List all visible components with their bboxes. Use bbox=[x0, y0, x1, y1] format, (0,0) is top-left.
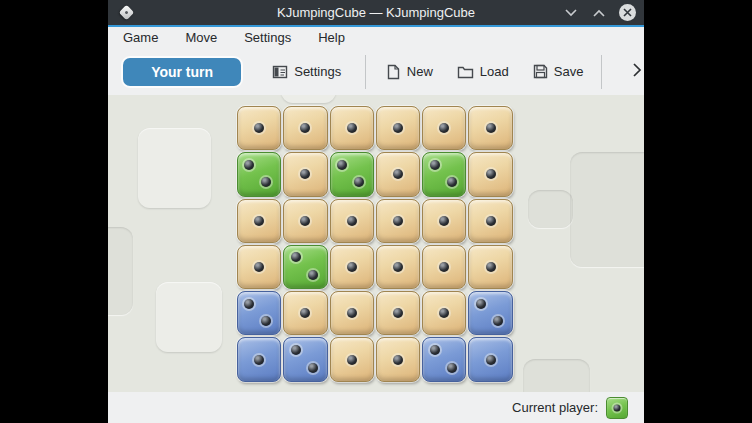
cube-r4-c3[interactable] bbox=[330, 245, 374, 289]
cube-r3-c5[interactable] bbox=[422, 199, 466, 243]
cube-pip bbox=[439, 308, 449, 318]
maximize-icon[interactable] bbox=[591, 5, 607, 21]
load-button[interactable]: Load bbox=[451, 60, 515, 83]
cube-pip bbox=[430, 345, 440, 355]
menu-move[interactable]: Move bbox=[185, 30, 217, 45]
cube-r1-c4[interactable] bbox=[376, 106, 420, 150]
cube-pip bbox=[261, 316, 271, 326]
cube-r3-c2[interactable] bbox=[283, 199, 327, 243]
cube-r3-c6[interactable] bbox=[468, 199, 512, 243]
cube-r6-c3[interactable] bbox=[330, 337, 374, 381]
statusbar: Current player: bbox=[108, 392, 644, 423]
cube-r1-c1[interactable] bbox=[237, 106, 281, 150]
turn-indicator-button[interactable]: Your turn bbox=[123, 58, 241, 86]
cube-pip bbox=[447, 177, 457, 187]
toolbar-separator bbox=[601, 55, 602, 89]
cube-pip bbox=[439, 216, 449, 226]
cube-pip bbox=[347, 262, 357, 272]
cube-r3-c4[interactable] bbox=[376, 199, 420, 243]
cube-r2-c3[interactable] bbox=[330, 152, 374, 196]
cube-r3-c3[interactable] bbox=[330, 199, 374, 243]
cube-pip bbox=[447, 363, 457, 373]
cube-grid bbox=[236, 105, 514, 383]
new-button[interactable]: New bbox=[380, 60, 439, 84]
cube-r4-c4[interactable] bbox=[376, 245, 420, 289]
settings-button[interactable]: Settings bbox=[266, 60, 347, 84]
background-decoration bbox=[138, 128, 211, 208]
cube-pip bbox=[254, 355, 264, 365]
cube-r5-c3[interactable] bbox=[330, 291, 374, 335]
cube-r5-c5[interactable] bbox=[422, 291, 466, 335]
cube-r4-c1[interactable] bbox=[237, 245, 281, 289]
save-button[interactable]: Save bbox=[527, 60, 590, 83]
close-icon[interactable] bbox=[619, 4, 636, 21]
cube-r1-c2[interactable] bbox=[283, 106, 327, 150]
save-icon bbox=[533, 64, 548, 79]
chevron-right-icon bbox=[632, 65, 642, 80]
cube-r5-c4[interactable] bbox=[376, 291, 420, 335]
titlebar: KJumpingCube — KJumpingCube bbox=[108, 0, 644, 25]
cube-r1-c5[interactable] bbox=[422, 106, 466, 150]
cube-pip bbox=[430, 160, 440, 170]
cube-pip bbox=[486, 262, 496, 272]
cube-r2-c1[interactable] bbox=[237, 152, 281, 196]
cube-pip bbox=[393, 216, 403, 226]
cube-r4-c6[interactable] bbox=[468, 245, 512, 289]
cube-pip bbox=[486, 355, 496, 365]
menu-settings[interactable]: Settings bbox=[244, 30, 291, 45]
background-decoration bbox=[523, 359, 590, 392]
cube-r4-c2[interactable] bbox=[283, 245, 327, 289]
new-document-icon bbox=[386, 64, 401, 80]
cube-r4-c5[interactable] bbox=[422, 245, 466, 289]
background-decoration bbox=[570, 152, 644, 267]
cube-pip bbox=[439, 262, 449, 272]
cube-pip bbox=[300, 308, 310, 318]
cube-r2-c5[interactable] bbox=[422, 152, 466, 196]
cube-pip bbox=[354, 177, 364, 187]
open-folder-icon bbox=[457, 65, 474, 79]
game-board-area bbox=[108, 95, 644, 392]
cube-pip bbox=[486, 123, 496, 133]
cube-pip bbox=[261, 177, 271, 187]
cube-r3-c1[interactable] bbox=[237, 199, 281, 243]
cube-r6-c4[interactable] bbox=[376, 337, 420, 381]
toolbar-overflow-button[interactable] bbox=[630, 61, 644, 82]
cube-r2-c2[interactable] bbox=[283, 152, 327, 196]
cube-pip bbox=[308, 363, 318, 373]
menubar: Game Move Settings Help bbox=[108, 27, 644, 48]
cube-r2-c4[interactable] bbox=[376, 152, 420, 196]
background-decoration bbox=[528, 190, 573, 228]
cube-r6-c2[interactable] bbox=[283, 337, 327, 381]
menu-game[interactable]: Game bbox=[123, 30, 158, 45]
background-decoration bbox=[281, 95, 336, 103]
cube-pip bbox=[244, 299, 254, 309]
cube-r6-c5[interactable] bbox=[422, 337, 466, 381]
cube-r1-c6[interactable] bbox=[468, 106, 512, 150]
cube-pip bbox=[493, 316, 503, 326]
cube-pip bbox=[337, 160, 347, 170]
cube-r5-c1[interactable] bbox=[237, 291, 281, 335]
cube-pip bbox=[347, 355, 357, 365]
menu-help[interactable]: Help bbox=[318, 30, 345, 45]
cube-r5-c2[interactable] bbox=[283, 291, 327, 335]
cube-pip bbox=[291, 252, 301, 262]
cube-pip bbox=[300, 216, 310, 226]
cube-r6-c6[interactable] bbox=[468, 337, 512, 381]
toolbar-separator bbox=[365, 55, 366, 89]
cube-r2-c6[interactable] bbox=[468, 152, 512, 196]
cube-pip bbox=[393, 123, 403, 133]
current-player-label: Current player: bbox=[512, 400, 598, 415]
cube-r5-c6[interactable] bbox=[468, 291, 512, 335]
cube-pip bbox=[254, 123, 264, 133]
cube-pip bbox=[347, 123, 357, 133]
cube-r6-c1[interactable] bbox=[237, 337, 281, 381]
cube-pip bbox=[254, 262, 264, 272]
minimize-icon[interactable] bbox=[563, 5, 579, 21]
cube-r1-c3[interactable] bbox=[330, 106, 374, 150]
settings-icon bbox=[272, 64, 288, 80]
background-decoration bbox=[108, 227, 133, 315]
cube-pip bbox=[254, 216, 264, 226]
cube-pip bbox=[308, 270, 318, 280]
cube-pip bbox=[486, 216, 496, 226]
cube-pip bbox=[439, 123, 449, 133]
